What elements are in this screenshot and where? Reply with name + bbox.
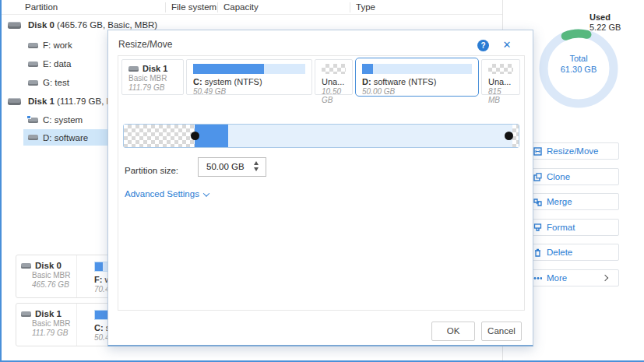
button-label: Clone	[547, 172, 570, 181]
tree-item-label: F: work	[43, 40, 72, 50]
partition-size-value: 50.00 GB	[206, 162, 245, 171]
disk-usage-donut-chart: Total 61.30 GB	[533, 23, 624, 114]
partition-usage-bar	[362, 64, 472, 74]
delete-button[interactable]: Delete	[525, 244, 619, 261]
strip-disk-cell: Disk 1 Basic MBR 111.79 GB	[121, 59, 184, 95]
unallocated-bar	[488, 64, 513, 74]
disk-icon	[8, 98, 21, 105]
more-button[interactable]: More	[525, 269, 619, 286]
column-filesystem[interactable]: File system	[171, 2, 216, 12]
button-label: Merge	[547, 197, 572, 206]
system-drive-icon	[28, 118, 38, 123]
partition-manager-window: Partition File system Capacity Type Disk…	[0, 0, 644, 362]
dialog-content-panel: Disk 1 Basic MBR 111.79 GB C: system (NT…	[118, 55, 525, 311]
disk-size: 465.76 GB	[32, 280, 76, 289]
drive-icon	[28, 62, 38, 67]
button-label: Format	[547, 223, 575, 232]
disk-icon	[8, 22, 21, 29]
cancel-button[interactable]: Cancel	[481, 322, 522, 341]
strip-partition-d-selected[interactable]: D: software (NTFS) 50.00 GB	[355, 58, 479, 97]
chevron-right-icon	[602, 275, 608, 281]
disk-strip: Disk 1 Basic MBR 111.79 GB C: system (NT…	[121, 59, 523, 95]
clone-button[interactable]: Clone	[525, 168, 619, 185]
partition-size-input[interactable]: 50.00 GB	[198, 157, 266, 177]
slider-free-segment	[228, 125, 512, 147]
strip-partition-c[interactable]: C: system (NTFS) 50.49 GB	[186, 59, 312, 95]
disk-map-disk-cell[interactable]: Disk 0 Basic MBR 465.76 GB	[16, 255, 77, 297]
button-label: Delete	[547, 248, 572, 257]
resize-move-button[interactable]: Resize/Move	[525, 142, 619, 160]
disk-type: Basic MBR	[32, 319, 76, 328]
drive-icon	[28, 43, 38, 48]
format-button[interactable]: Format	[525, 219, 619, 236]
button-label: Resize/Move	[547, 146, 598, 156]
resize-move-dialog: Resize/Move ? ✕ Disk 1 Basic MBR 111.79 …	[107, 30, 533, 346]
more-icon	[533, 274, 542, 283]
strip-unallocated-1[interactable]: Una... 10.50 GB	[315, 59, 353, 95]
donut-center-label: Total 61.30 GB	[533, 53, 624, 75]
clone-icon	[533, 173, 542, 181]
disk-size: 111.79 GB	[32, 329, 76, 337]
column-partition[interactable]: Partition	[25, 2, 58, 12]
disk-icon	[21, 263, 31, 269]
tree-item-label: D: software	[43, 133, 88, 142]
ok-button[interactable]: OK	[431, 322, 475, 341]
column-separator	[350, 2, 350, 12]
column-separator	[165, 2, 166, 12]
merge-button[interactable]: Merge	[525, 193, 619, 210]
chevron-down-icon	[203, 190, 209, 196]
disk-icon	[21, 311, 31, 317]
tree-item-label: C: system	[43, 115, 83, 125]
stepper-control[interactable]	[254, 161, 259, 171]
slider-right-unallocated	[512, 125, 519, 147]
drive-icon	[28, 135, 38, 140]
delete-icon	[533, 248, 542, 257]
slider-used-segment	[195, 125, 228, 147]
resize-slider[interactable]	[123, 124, 519, 148]
stepper-down-icon[interactable]	[254, 167, 259, 171]
help-icon[interactable]: ?	[477, 40, 489, 51]
partition-size-label: Partition size:	[125, 166, 178, 175]
tree-item-label: Disk 0 (465.76 GB, Basic, MBR)	[28, 20, 157, 30]
resize-move-icon	[533, 147, 542, 156]
dialog-title: Resize/Move	[118, 39, 172, 50]
column-type[interactable]: Type	[356, 2, 375, 12]
advanced-settings-link[interactable]: Advanced Settings	[125, 189, 209, 199]
format-icon	[533, 223, 542, 232]
disk-icon	[128, 66, 139, 72]
tree-item-label: E: data	[43, 59, 71, 69]
slider-left-unallocated	[124, 125, 195, 147]
drive-icon	[28, 80, 38, 86]
merge-icon	[533, 198, 542, 206]
column-separator	[217, 2, 218, 12]
donut-used-label: Used 5.22 GB	[589, 12, 621, 33]
strip-unallocated-2[interactable]: Una... 815 MB	[481, 59, 520, 95]
close-icon[interactable]: ✕	[500, 38, 514, 52]
tree-item-label: G: test	[43, 78, 69, 87]
column-capacity[interactable]: Capacity	[223, 2, 259, 12]
unallocated-bar	[322, 64, 346, 74]
partition-usage-bar	[193, 64, 305, 74]
disk-type: Basic MBR	[32, 271, 76, 279]
button-label: More	[547, 273, 567, 283]
partition-table-header: Partition File system Capacity Type	[2, 0, 502, 15]
advanced-settings-label: Advanced Settings	[125, 189, 199, 199]
slider-left-handle[interactable]	[191, 132, 199, 140]
stepper-up-icon[interactable]	[254, 161, 259, 165]
disk-map-disk-cell[interactable]: Disk 1 Basic MBR 111.79 GB	[16, 304, 77, 346]
